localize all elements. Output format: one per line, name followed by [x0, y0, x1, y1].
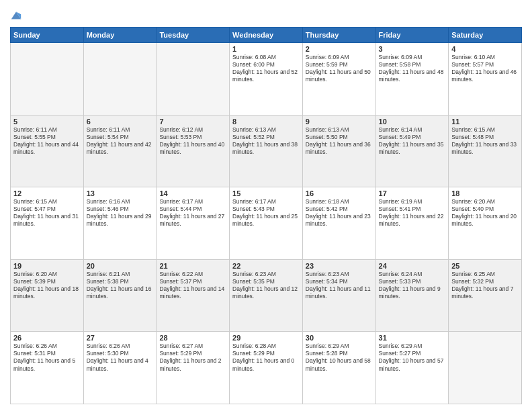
calendar-cell — [83, 43, 157, 116]
calendar-cell: 21Sunrise: 6:22 AMSunset: 5:37 PMDayligh… — [157, 259, 230, 332]
page: SundayMondayTuesdayWednesdayThursdayFrid… — [0, 0, 532, 411]
day-number: 11 — [451, 118, 519, 126]
day-number: 18 — [451, 189, 519, 197]
calendar-cell: 10Sunrise: 6:14 AMSunset: 5:49 PMDayligh… — [375, 115, 449, 187]
day-number: 31 — [379, 334, 446, 342]
calendar-cell: 5Sunrise: 6:11 AMSunset: 5:55 PMDaylight… — [11, 115, 84, 187]
day-number: 19 — [13, 262, 81, 270]
calendar-cell — [11, 43, 84, 116]
calendar-cell: 24Sunrise: 6:24 AMSunset: 5:33 PMDayligh… — [375, 259, 449, 332]
calendar-cell: 4Sunrise: 6:10 AMSunset: 5:57 PMDaylight… — [449, 43, 522, 116]
day-info: Sunrise: 6:23 AMSunset: 5:35 PMDaylight:… — [232, 271, 300, 300]
calendar-cell: 19Sunrise: 6:20 AMSunset: 5:39 PMDayligh… — [11, 259, 84, 332]
weekday-header-monday: Monday — [83, 28, 157, 43]
calendar-cell: 18Sunrise: 6:20 AMSunset: 5:40 PMDayligh… — [449, 187, 522, 260]
weekday-header-thursday: Thursday — [302, 28, 375, 43]
calendar-cell: 31Sunrise: 6:29 AMSunset: 5:27 PMDayligh… — [375, 332, 449, 404]
day-info: Sunrise: 6:24 AMSunset: 5:33 PMDaylight:… — [379, 271, 446, 300]
day-number: 8 — [232, 118, 300, 126]
day-number: 5 — [13, 118, 81, 126]
day-number: 4 — [451, 45, 519, 53]
day-info: Sunrise: 6:27 AMSunset: 5:29 PMDaylight:… — [159, 342, 226, 372]
day-number: 1 — [232, 45, 300, 53]
day-info: Sunrise: 6:16 AMSunset: 5:46 PMDaylight:… — [87, 198, 154, 228]
calendar-cell: 20Sunrise: 6:21 AMSunset: 5:38 PMDayligh… — [83, 259, 157, 332]
calendar-cell: 11Sunrise: 6:15 AMSunset: 5:48 PMDayligh… — [449, 115, 522, 187]
day-info: Sunrise: 6:12 AMSunset: 5:53 PMDaylight:… — [159, 126, 226, 156]
day-info: Sunrise: 6:11 AMSunset: 5:55 PMDaylight:… — [13, 126, 81, 156]
calendar-cell: 3Sunrise: 6:09 AMSunset: 5:58 PMDaylight… — [375, 43, 449, 116]
weekday-header-friday: Friday — [375, 28, 449, 43]
calendar-cell: 15Sunrise: 6:17 AMSunset: 5:43 PMDayligh… — [230, 187, 303, 260]
calendar-cell: 2Sunrise: 6:09 AMSunset: 5:59 PMDaylight… — [302, 43, 375, 116]
calendar-week-row: 1Sunrise: 6:08 AMSunset: 6:00 PMDaylight… — [11, 43, 522, 116]
day-info: Sunrise: 6:15 AMSunset: 5:48 PMDaylight:… — [451, 126, 519, 156]
day-number: 2 — [306, 45, 373, 53]
calendar-week-row: 12Sunrise: 6:15 AMSunset: 5:47 PMDayligh… — [11, 187, 522, 260]
day-number: 23 — [306, 262, 373, 270]
day-number: 21 — [159, 262, 226, 270]
day-info: Sunrise: 6:22 AMSunset: 5:37 PMDaylight:… — [159, 271, 226, 300]
weekday-header-row: SundayMondayTuesdayWednesdayThursdayFrid… — [11, 28, 522, 43]
day-info: Sunrise: 6:11 AMSunset: 5:54 PMDaylight:… — [87, 126, 154, 156]
day-info: Sunrise: 6:29 AMSunset: 5:27 PMDaylight:… — [379, 342, 446, 372]
calendar-cell: 1Sunrise: 6:08 AMSunset: 6:00 PMDaylight… — [230, 43, 303, 116]
calendar-cell: 14Sunrise: 6:17 AMSunset: 5:44 PMDayligh… — [157, 187, 230, 260]
day-info: Sunrise: 6:13 AMSunset: 5:52 PMDaylight:… — [232, 126, 300, 156]
day-info: Sunrise: 6:29 AMSunset: 5:28 PMDaylight:… — [306, 342, 373, 372]
weekday-header-tuesday: Tuesday — [157, 28, 230, 43]
day-info: Sunrise: 6:21 AMSunset: 5:38 PMDaylight:… — [87, 271, 154, 300]
day-number: 22 — [232, 262, 300, 270]
calendar-cell — [449, 332, 522, 404]
day-number: 3 — [379, 45, 446, 53]
calendar-cell: 22Sunrise: 6:23 AMSunset: 5:35 PMDayligh… — [230, 259, 303, 332]
day-info: Sunrise: 6:15 AMSunset: 5:47 PMDaylight:… — [13, 198, 81, 228]
day-number: 14 — [159, 189, 226, 197]
calendar-cell: 27Sunrise: 6:26 AMSunset: 5:30 PMDayligh… — [83, 332, 157, 404]
day-info: Sunrise: 6:23 AMSunset: 5:34 PMDaylight:… — [306, 271, 373, 300]
day-number: 26 — [13, 334, 81, 342]
header — [10, 7, 522, 21]
day-number: 13 — [87, 189, 154, 197]
day-info: Sunrise: 6:09 AMSunset: 5:59 PMDaylight:… — [306, 54, 373, 83]
day-number: 7 — [159, 118, 226, 126]
day-number: 20 — [87, 262, 154, 270]
day-number: 25 — [451, 262, 519, 270]
day-number: 16 — [306, 189, 373, 197]
calendar-table: SundayMondayTuesdayWednesdayThursdayFrid… — [10, 27, 522, 404]
calendar-week-row: 5Sunrise: 6:11 AMSunset: 5:55 PMDaylight… — [11, 115, 522, 187]
day-number: 24 — [379, 262, 446, 270]
day-info: Sunrise: 6:17 AMSunset: 5:43 PMDaylight:… — [232, 198, 300, 228]
day-info: Sunrise: 6:18 AMSunset: 5:42 PMDaylight:… — [306, 198, 373, 228]
calendar-cell: 6Sunrise: 6:11 AMSunset: 5:54 PMDaylight… — [83, 115, 157, 187]
day-info: Sunrise: 6:08 AMSunset: 6:00 PMDaylight:… — [232, 54, 300, 83]
day-number: 17 — [379, 189, 446, 197]
calendar-week-row: 26Sunrise: 6:26 AMSunset: 5:31 PMDayligh… — [11, 332, 522, 404]
day-info: Sunrise: 6:10 AMSunset: 5:57 PMDaylight:… — [451, 54, 519, 83]
day-info: Sunrise: 6:17 AMSunset: 5:44 PMDaylight:… — [159, 198, 226, 228]
weekday-header-wednesday: Wednesday — [230, 28, 303, 43]
day-number: 15 — [232, 189, 300, 197]
day-number: 29 — [232, 334, 300, 342]
day-info: Sunrise: 6:14 AMSunset: 5:49 PMDaylight:… — [379, 126, 446, 156]
calendar-cell: 9Sunrise: 6:13 AMSunset: 5:50 PMDaylight… — [302, 115, 375, 187]
day-info: Sunrise: 6:26 AMSunset: 5:30 PMDaylight:… — [87, 342, 154, 372]
calendar-cell: 25Sunrise: 6:25 AMSunset: 5:32 PMDayligh… — [449, 259, 522, 332]
day-number: 27 — [87, 334, 154, 342]
calendar-cell — [157, 43, 230, 116]
calendar-week-row: 19Sunrise: 6:20 AMSunset: 5:39 PMDayligh… — [11, 259, 522, 332]
calendar-cell: 23Sunrise: 6:23 AMSunset: 5:34 PMDayligh… — [302, 259, 375, 332]
day-number: 9 — [306, 118, 373, 126]
day-info: Sunrise: 6:28 AMSunset: 5:29 PMDaylight:… — [232, 342, 300, 372]
calendar-cell: 13Sunrise: 6:16 AMSunset: 5:46 PMDayligh… — [83, 187, 157, 260]
day-number: 6 — [87, 118, 154, 126]
day-number: 30 — [306, 334, 373, 342]
day-info: Sunrise: 6:26 AMSunset: 5:31 PMDaylight:… — [13, 342, 81, 372]
calendar-cell: 17Sunrise: 6:19 AMSunset: 5:41 PMDayligh… — [375, 187, 449, 260]
logo — [10, 9, 24, 21]
calendar-cell: 28Sunrise: 6:27 AMSunset: 5:29 PMDayligh… — [157, 332, 230, 404]
day-number: 28 — [159, 334, 226, 342]
day-info: Sunrise: 6:09 AMSunset: 5:58 PMDaylight:… — [379, 54, 446, 83]
calendar-cell: 12Sunrise: 6:15 AMSunset: 5:47 PMDayligh… — [11, 187, 84, 260]
day-info: Sunrise: 6:20 AMSunset: 5:40 PMDaylight:… — [451, 198, 519, 228]
